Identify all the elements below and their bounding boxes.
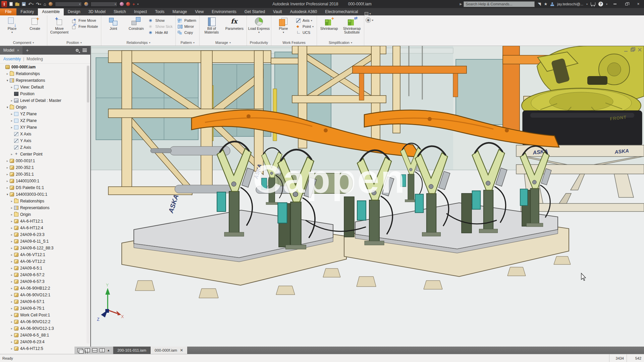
arrange-horizontal-icon[interactable] xyxy=(92,348,97,352)
tree-item-relationships[interactable]: ▸Relationships xyxy=(0,198,90,204)
tree-item-24a09-6-11-5-1[interactable]: ▸24A09-6-11_5:1 xyxy=(0,238,90,245)
tree-expand-arrow[interactable]: ▸ xyxy=(10,233,14,236)
ribbon-tab-inspect[interactable]: Inspect xyxy=(130,8,151,15)
tree-expand-arrow[interactable]: ▸ xyxy=(5,166,9,169)
tree-expand-arrow[interactable]: ▸ xyxy=(10,327,14,330)
tree-item-4a-6-ht12-1[interactable]: ▸4A-6-HT12:1 xyxy=(0,218,90,225)
tree-expand-arrow[interactable]: ▸ xyxy=(10,240,14,243)
save-icon[interactable] xyxy=(22,2,26,6)
tree-item-24a09-6-57-2[interactable]: ▸24A09-6-57:2 xyxy=(0,272,90,278)
tree-expand-arrow[interactable]: ▸ xyxy=(5,173,9,176)
tree-expand-arrow[interactable]: ▸ xyxy=(10,153,14,156)
tree-item-24a09-6-5-1[interactable]: ▸24A09-6-5:1 xyxy=(0,265,90,272)
assembly-mode-link[interactable]: Assembly xyxy=(3,57,21,61)
copy-button[interactable]: Copy xyxy=(177,29,198,36)
tree-item-200-351-1[interactable]: ▸200-351:1 xyxy=(0,171,90,178)
tree-expand-arrow[interactable]: ▸ xyxy=(5,159,9,163)
tree-expand-arrow[interactable]: ▸ xyxy=(10,126,14,129)
restore-button[interactable] xyxy=(622,1,631,7)
collapse-strip-icon[interactable]: ▲ xyxy=(107,349,110,352)
tree-expand-arrow[interactable]: ▸ xyxy=(10,266,14,270)
hide-all-button[interactable]: Hide All xyxy=(148,29,174,36)
tree-item-4a-06-90vo12-2[interactable]: ▸4A-06-90VO12:2 xyxy=(0,318,90,325)
tree-expand-arrow[interactable]: ▸ xyxy=(10,293,14,297)
ribbon-tab-assemble[interactable]: Assemble xyxy=(38,8,64,15)
tree-expand-arrow[interactable]: ▸ xyxy=(10,320,14,323)
tree-expand-arrow[interactable]: ▸ xyxy=(10,307,14,310)
tree-item-24a09-6-5-88-1[interactable]: ▸24A09-6-5_88:1 xyxy=(0,332,90,339)
tree-item-4a-06-vt12-2[interactable]: ▸4A-06-VT12:2 xyxy=(0,258,90,265)
tree-item-origin[interactable]: ▸Origin xyxy=(0,211,90,218)
search-collapse-icon[interactable]: ▶ xyxy=(460,2,462,6)
add-icon[interactable]: + xyxy=(132,2,135,6)
tree-item-representations[interactable]: ▾Representations xyxy=(0,77,90,84)
tree-expand-arrow[interactable]: ▸ xyxy=(10,340,14,344)
tree-expand-arrow[interactable]: ▸ xyxy=(10,199,14,203)
tree-expand-arrow[interactable]: ▸ xyxy=(10,213,14,216)
tree-expand-arrow[interactable]: ▸ xyxy=(10,273,14,277)
panel-label-work-features[interactable]: Work Features xyxy=(272,40,316,46)
tree-expand-arrow[interactable]: ▾ xyxy=(5,79,9,82)
sign-in-pin-icon[interactable]: ◥ xyxy=(538,2,541,6)
ribbon-tab-vault[interactable]: Vault xyxy=(269,8,286,15)
minimize-button[interactable] xyxy=(610,1,619,7)
tree-item-144003003-001-1[interactable]: ▾144003003-001:1 xyxy=(0,191,90,198)
panel-label-component[interactable]: Component▾ xyxy=(1,40,46,46)
tree-item-view-default[interactable]: ▸View: Default xyxy=(0,84,90,90)
panel-label-simplification[interactable]: Simplification▾ xyxy=(318,40,363,46)
tree-expand-arrow[interactable]: ▸ xyxy=(10,300,14,303)
tree-item-24a09-6-122-88-3[interactable]: ▸24A09-6-122_88:3 xyxy=(0,245,90,251)
browser-search-icon[interactable] xyxy=(76,49,78,52)
panel-label-position[interactable]: Position▾ xyxy=(48,40,100,46)
favorites-star-icon[interactable]: ★ xyxy=(544,2,548,6)
tree-expand-arrow[interactable]: ▸ xyxy=(10,334,14,337)
tree-expand-arrow[interactable]: ▸ xyxy=(10,85,14,89)
tree-item-24a09-6-57-3[interactable]: ▸24A09-6-57:3 xyxy=(0,278,90,285)
document-tab-200-101-011-iam[interactable]: 200-101-011.iam xyxy=(113,347,151,354)
search-input[interactable] xyxy=(464,1,535,7)
tree-item-4a-06-90hb12-2[interactable]: ▸4A-06-90HB12:2 xyxy=(0,285,90,292)
tree-item-y-axis[interactable]: Y Axis xyxy=(0,137,90,144)
tree-item-yz-plane[interactable]: ▸YZ Plane xyxy=(0,111,90,117)
tree-expand-arrow[interactable]: ▸ xyxy=(10,246,14,250)
pattern-button[interactable]: Pattern xyxy=(177,17,198,23)
tree-expand-arrow[interactable]: ▸ xyxy=(10,119,14,122)
tree-item-xz-plane[interactable]: ▸XZ Plane xyxy=(0,117,90,124)
tree-item-4a-6-ht12-4[interactable]: ▸4A-6-HT12:4 xyxy=(0,225,90,231)
ribbon-tab-view[interactable]: View xyxy=(191,8,208,15)
ribbon-tab-electromechanical[interactable]: Electromechanical xyxy=(321,8,362,15)
ribbon-tab-environments[interactable]: Environments xyxy=(208,8,240,15)
ribbon-display-options[interactable]: ▾ xyxy=(365,12,371,15)
browser-scrollbar-thumb[interactable] xyxy=(87,66,89,103)
tree-expand-arrow[interactable]: ▸ xyxy=(10,253,14,256)
tree-item-24a09-6-57-1[interactable]: ▸24A09-6-57:1 xyxy=(0,298,90,305)
ribbon-tab-design[interactable]: Design xyxy=(64,8,84,15)
constrain-button[interactable]: Constrain xyxy=(125,16,147,31)
tree-item-x-axis[interactable]: X Axis xyxy=(0,131,90,137)
tree-expand-arrow[interactable]: ▸ xyxy=(5,186,9,189)
bill-of-materials-button[interactable]: Bill of Materials xyxy=(201,16,223,34)
store-cart-icon[interactable] xyxy=(591,2,595,5)
ucs-button[interactable]: UCS xyxy=(295,29,316,36)
panel-label-productivity[interactable]: Productivity xyxy=(248,40,270,46)
tree-item-24a09-6-75-1[interactable]: ▸24A09-6-75:1 xyxy=(0,305,90,312)
browser-tab-model[interactable]: Model × xyxy=(0,46,22,55)
tree-item-24a09-6-23-4[interactable]: ▸24A09-6-23:4 xyxy=(0,339,90,345)
user-menu-chevron-icon[interactable]: ▾ xyxy=(586,3,588,6)
ribbon-tab-manage[interactable]: Manage xyxy=(168,8,191,15)
show-button[interactable]: Show xyxy=(148,17,174,23)
tree-item-origin[interactable]: ▾Origin xyxy=(0,104,90,111)
tree-item-4a-06-90vo12-1-3[interactable]: ▸4A-06-90VO12-1:3 xyxy=(0,325,90,332)
3d-scene[interactable]: FRONT ASKA ASKA xyxy=(91,46,644,354)
ribbon-tab-factory[interactable]: Factory xyxy=(16,8,38,15)
tile-windows-icon[interactable] xyxy=(85,348,90,352)
tree-expand-arrow[interactable]: ▸ xyxy=(10,220,14,223)
panel-label-relationships[interactable]: Relationships▾ xyxy=(102,40,174,46)
add-browser-tab-button[interactable]: + xyxy=(22,48,32,53)
ribbon-tab-3d-model[interactable]: 3D Model xyxy=(84,8,109,15)
tree-item-000-000f-iam[interactable]: 000-000f.iam xyxy=(0,64,90,70)
tree-item-xy-plane[interactable]: ▸XY Plane xyxy=(0,124,90,131)
redo-icon[interactable]: ↷▾ xyxy=(36,2,41,6)
tree-item-24a09-6-23-3[interactable]: ▸24A09-6-23:3 xyxy=(0,231,90,238)
appearance-select-icon[interactable]: ▾ xyxy=(91,2,117,7)
